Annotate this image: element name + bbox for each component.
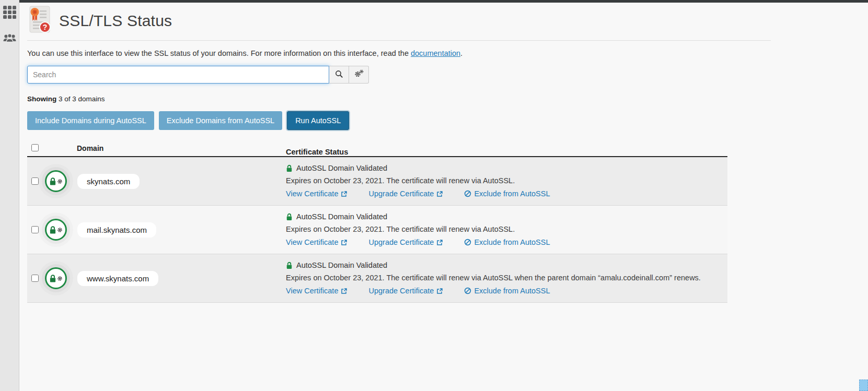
results-summary-label: Showing xyxy=(27,95,56,103)
scroll-indicator[interactable] xyxy=(859,380,868,391)
results-summary: Showing 3 of 3 domains xyxy=(27,95,771,103)
ssl-certificate-icon: ? xyxy=(27,5,52,36)
gear-icon xyxy=(57,179,63,184)
search-input[interactable] xyxy=(27,66,329,84)
domain-name: www.skynats.com xyxy=(77,271,158,286)
exclude-from-autossl-link[interactable]: Exclude from AutoSSL xyxy=(464,287,550,295)
sidebar xyxy=(0,0,19,391)
status-label: AutoSSL Domain Validated xyxy=(296,261,387,269)
autossl-actions: Include Domains during AutoSSL Exclude D… xyxy=(27,111,771,130)
documentation-link[interactable]: documentation xyxy=(411,49,460,57)
table-row: mail.skynats.com AutoSSL Domain Validate… xyxy=(27,206,727,254)
exclude-from-autossl-link[interactable]: Exclude from AutoSSL xyxy=(464,238,550,246)
user-groups-icon[interactable] xyxy=(3,32,17,46)
gears-icon xyxy=(354,69,364,80)
view-certificate-link[interactable]: View Certificate xyxy=(286,189,348,198)
upgrade-certificate-link[interactable]: Upgrade Certificate xyxy=(368,189,443,198)
intro-before: You can use this interface to view the S… xyxy=(27,49,411,57)
run-autossl-button[interactable]: Run AutoSSL xyxy=(287,111,349,130)
row-checkbox[interactable] xyxy=(31,275,39,282)
page-header: ? SSL/TLS Status xyxy=(27,5,771,41)
ban-icon xyxy=(464,287,471,294)
ssl-lock-badge xyxy=(45,219,67,241)
view-certificate-link[interactable]: View Certificate xyxy=(286,287,348,295)
upgrade-certificate-link[interactable]: Upgrade Certificate xyxy=(368,238,443,246)
external-link-icon xyxy=(436,288,443,294)
external-link-icon xyxy=(341,288,348,294)
intro-after: . xyxy=(460,49,462,57)
exclude-from-autossl-link[interactable]: Exclude from AutoSSL xyxy=(464,189,550,198)
row-checkbox[interactable] xyxy=(31,177,39,185)
row-checkbox[interactable] xyxy=(31,226,39,233)
expires-text: Expires on October 23, 2021. The certifi… xyxy=(286,225,727,233)
lock-icon xyxy=(286,164,293,172)
svg-text:?: ? xyxy=(43,23,48,31)
ban-icon xyxy=(464,239,471,246)
status-column-header: Certificate Status xyxy=(286,141,727,156)
ssl-lock-badge xyxy=(45,170,67,192)
domain-name: skynats.com xyxy=(77,174,140,189)
table-row: skynats.com AutoSSL Domain Validated Exp… xyxy=(27,157,727,206)
external-link-icon xyxy=(341,239,348,246)
lock-icon xyxy=(286,213,293,221)
status-label: AutoSSL Domain Validated xyxy=(296,164,387,172)
table-header: Domain Certificate Status xyxy=(27,140,727,157)
lock-icon xyxy=(49,274,56,283)
domains-table: Domain Certificate Status xyxy=(27,140,727,303)
domain-column-header: Domain xyxy=(45,144,286,152)
exclude-domains-button[interactable]: Exclude Domains from AutoSSL xyxy=(159,111,282,130)
gear-icon xyxy=(57,227,63,233)
ban-icon xyxy=(464,190,471,197)
search-button[interactable] xyxy=(329,66,349,84)
results-summary-detail: 3 of 3 domains xyxy=(56,95,105,103)
domain-name: mail.skynats.com xyxy=(77,222,156,238)
include-domains-button[interactable]: Include Domains during AutoSSL xyxy=(27,111,154,130)
expires-text: Expires on October 23, 2021. The certifi… xyxy=(286,274,727,282)
lock-icon xyxy=(49,226,56,234)
search-icon xyxy=(335,70,343,80)
external-link-icon xyxy=(436,191,443,197)
top-accent-bar xyxy=(19,0,868,3)
upgrade-certificate-link[interactable]: Upgrade Certificate xyxy=(368,287,443,295)
search-settings-button[interactable] xyxy=(349,66,369,84)
select-all-checkbox[interactable] xyxy=(31,144,39,151)
page-title: SSL/TLS Status xyxy=(59,12,172,30)
expires-text: Expires on October 23, 2021. The certifi… xyxy=(286,176,727,185)
search-bar xyxy=(27,66,771,84)
ssl-tls-status-page: ? SSL/TLS Status You can use this interf… xyxy=(0,0,868,391)
external-link-icon xyxy=(436,239,443,246)
main-content: ? SSL/TLS Status You can use this interf… xyxy=(27,5,771,303)
ssl-lock-badge xyxy=(45,267,67,289)
gear-icon xyxy=(57,276,63,281)
intro-text: You can use this interface to view the S… xyxy=(27,49,771,57)
external-link-icon xyxy=(341,191,348,197)
view-certificate-link[interactable]: View Certificate xyxy=(286,238,348,246)
table-row: www.skynats.com AutoSSL Domain Validated… xyxy=(27,254,727,303)
lock-icon xyxy=(286,262,293,269)
lock-icon xyxy=(49,177,56,186)
apps-grid-icon[interactable] xyxy=(3,6,16,19)
status-label: AutoSSL Domain Validated xyxy=(296,212,387,221)
